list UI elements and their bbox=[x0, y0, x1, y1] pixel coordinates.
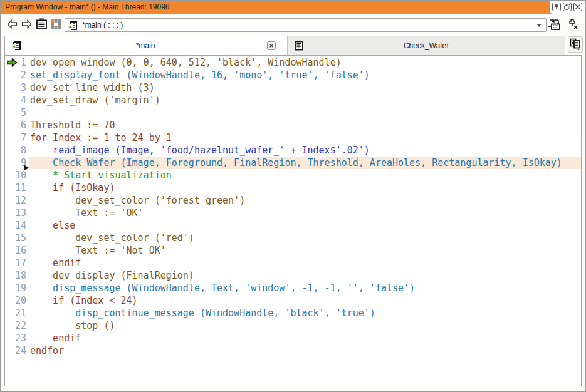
code-line-21[interactable]: 21 disp_continue_message (WindowHandle, … bbox=[5, 307, 581, 319]
float-icon bbox=[564, 4, 570, 10]
code-text[interactable]: set_display_font (WindowHandle, 16, 'mon… bbox=[29, 69, 581, 81]
line-number[interactable]: 12 bbox=[5, 194, 29, 207]
code-text[interactable]: dev_set_line_width (3) bbox=[29, 81, 581, 94]
code-text[interactable]: endfor bbox=[29, 344, 581, 357]
tab-close-button[interactable] bbox=[267, 41, 276, 50]
code-line-5[interactable]: 5 bbox=[5, 106, 581, 119]
main-procedure-icon bbox=[68, 21, 78, 31]
line-number[interactable]: 5 bbox=[5, 106, 29, 119]
line-number[interactable]: 13 bbox=[5, 207, 29, 219]
line-number[interactable]: 23 bbox=[5, 332, 29, 344]
code-line-20[interactable]: 20 if (Index < 24) bbox=[5, 294, 581, 307]
line-number[interactable]: 6 bbox=[5, 119, 29, 132]
title-buttons bbox=[550, 1, 585, 14]
code-text[interactable] bbox=[29, 106, 581, 119]
close-icon bbox=[575, 4, 581, 10]
code-text[interactable]: Text := 'OK' bbox=[29, 207, 581, 219]
line-number[interactable]: 4 bbox=[5, 94, 29, 106]
code-line-23[interactable]: 23 endif bbox=[5, 332, 581, 344]
code-line-10[interactable]: 10 * Start visualization bbox=[5, 169, 581, 182]
code-line-22[interactable]: 22 stop () bbox=[5, 319, 581, 332]
code-line-14[interactable]: 14 else bbox=[5, 219, 581, 232]
line-number[interactable]: 21 bbox=[5, 307, 29, 319]
title-bar[interactable]: Program Window - main* () - Main Thread:… bbox=[1, 1, 585, 14]
code-line-18[interactable]: 18 dev_display (FinalRegion) bbox=[5, 269, 581, 282]
code-line-7[interactable]: 7for Index := 1 to 24 by 1 bbox=[5, 132, 581, 144]
code-text[interactable]: dev_set_color ('red') bbox=[29, 232, 581, 244]
back-icon[interactable] bbox=[7, 19, 18, 29]
code-line-17[interactable]: 17 endif bbox=[5, 257, 581, 269]
code-text[interactable]: if (Index < 24) bbox=[29, 294, 581, 307]
line-number[interactable]: 20 bbox=[5, 294, 29, 307]
program-window: Program Window - main* () - Main Thread:… bbox=[0, 0, 586, 392]
clipboard-icon[interactable] bbox=[36, 18, 48, 30]
code-text[interactable]: endif bbox=[29, 332, 581, 344]
code-text[interactable]: disp_continue_message (WindowHandle, 'bl… bbox=[29, 307, 581, 319]
code-text[interactable]: Check_Wafer (Image, Foreground, FinalReg… bbox=[29, 157, 581, 169]
code-line-19[interactable]: 19 disp_message (WindowHandle, Text, 'wi… bbox=[5, 282, 581, 294]
code-line-24[interactable]: 24endfor bbox=[5, 344, 581, 357]
line-number[interactable]: 3 bbox=[5, 81, 29, 94]
procedure-combobox[interactable]: *main ( : : : ) bbox=[65, 18, 547, 32]
line-number[interactable]: 2 bbox=[5, 69, 29, 81]
code-text[interactable]: if (IsOkay) bbox=[29, 182, 581, 194]
line-number[interactable]: 22 bbox=[5, 319, 29, 332]
window-title: Program Window - main* () - Main Thread:… bbox=[5, 1, 170, 14]
tab-list-button[interactable] bbox=[568, 36, 583, 53]
code-text[interactable]: dev_set_color ('forest green') bbox=[29, 194, 581, 207]
code-text[interactable]: Threshold := 70 bbox=[29, 119, 581, 132]
line-number[interactable]: 7 bbox=[5, 132, 29, 144]
line-number[interactable]: 15 bbox=[5, 232, 29, 244]
code-line-16[interactable]: 16 Text := 'Not OK' bbox=[5, 244, 581, 257]
text-caret bbox=[53, 157, 53, 168]
forward-icon[interactable] bbox=[21, 19, 32, 29]
code-line-2[interactable]: 2set_display_font (WindowHandle, 16, 'mo… bbox=[5, 69, 581, 81]
line-number[interactable]: 17 bbox=[5, 257, 29, 269]
line-number[interactable]: 14 bbox=[5, 219, 29, 232]
pin-button[interactable] bbox=[552, 3, 561, 11]
code-text[interactable]: dev_display (FinalRegion) bbox=[29, 269, 581, 282]
pin-icon bbox=[553, 4, 560, 10]
code-line-4[interactable]: 4dev_set_draw ('margin') bbox=[5, 94, 581, 106]
combo-dropdown-arrow[interactable] bbox=[536, 24, 542, 27]
code-text[interactable]: read_image (Image, 'food/hazelnut_wafer_… bbox=[29, 144, 581, 157]
code-line-12[interactable]: 12 dev_set_color ('forest green') bbox=[5, 194, 581, 207]
code-line-15[interactable]: 15 dev_set_color ('red') bbox=[5, 232, 581, 244]
line-number[interactable]: 19 bbox=[5, 282, 29, 294]
code-editor[interactable]: 1dev_open_window (0, 0, 640, 512, 'black… bbox=[4, 55, 582, 386]
execution-arrow-icon bbox=[7, 58, 18, 67]
code-line-9[interactable]: 9 Check_Wafer (Image, Foreground, FinalR… bbox=[5, 157, 581, 169]
line-number[interactable]: 8 bbox=[5, 144, 29, 157]
tab-main[interactable]: *main bbox=[4, 36, 286, 55]
line-number[interactable]: 24 bbox=[5, 344, 29, 357]
tab-main-label: *main bbox=[5, 36, 286, 55]
code-line-6[interactable]: 6Threshold := 70 bbox=[5, 119, 581, 132]
code-text[interactable]: disp_message (WindowHandle, Text, 'windo… bbox=[29, 282, 581, 294]
code-text[interactable]: for Index := 1 to 24 by 1 bbox=[29, 132, 581, 144]
tab-list-icon bbox=[570, 38, 581, 51]
code-text[interactable]: * Start visualization bbox=[29, 169, 581, 182]
procedure-combo-value: *main ( : : : ) bbox=[82, 19, 123, 31]
float-button[interactable] bbox=[563, 3, 572, 11]
code-text[interactable]: else bbox=[29, 219, 581, 232]
line-number[interactable]: 16 bbox=[5, 244, 29, 257]
close-button[interactable] bbox=[573, 3, 582, 11]
line-number[interactable]: 18 bbox=[5, 269, 29, 282]
grid-icon[interactable] bbox=[51, 19, 61, 29]
code-text[interactable]: endif bbox=[29, 257, 581, 269]
line-number[interactable]: 11 bbox=[5, 182, 29, 194]
code-line-3[interactable]: 3dev_set_line_width (3) bbox=[5, 81, 581, 94]
code-line-11[interactable]: 11 if (IsOkay) bbox=[5, 182, 581, 194]
tab-check-wafer[interactable]: Check_Wafer bbox=[287, 36, 565, 55]
line-number[interactable]: 10 bbox=[5, 169, 29, 182]
unpin-icon[interactable] bbox=[567, 19, 578, 30]
code-text[interactable]: dev_set_draw ('margin') bbox=[29, 94, 581, 106]
code-text[interactable]: dev_open_window (0, 0, 640, 512, 'black'… bbox=[29, 56, 581, 69]
tab-check-wafer-label: Check_Wafer bbox=[288, 36, 565, 55]
code-text[interactable]: Text := 'Not OK' bbox=[29, 244, 581, 257]
code-text[interactable]: stop () bbox=[29, 319, 581, 332]
edit-in-window-icon[interactable] bbox=[548, 18, 562, 31]
code-line-8[interactable]: 8 read_image (Image, 'food/hazelnut_wafe… bbox=[5, 144, 581, 157]
code-line-1[interactable]: 1dev_open_window (0, 0, 640, 512, 'black… bbox=[5, 56, 581, 69]
code-line-13[interactable]: 13 Text := 'OK' bbox=[5, 207, 581, 219]
